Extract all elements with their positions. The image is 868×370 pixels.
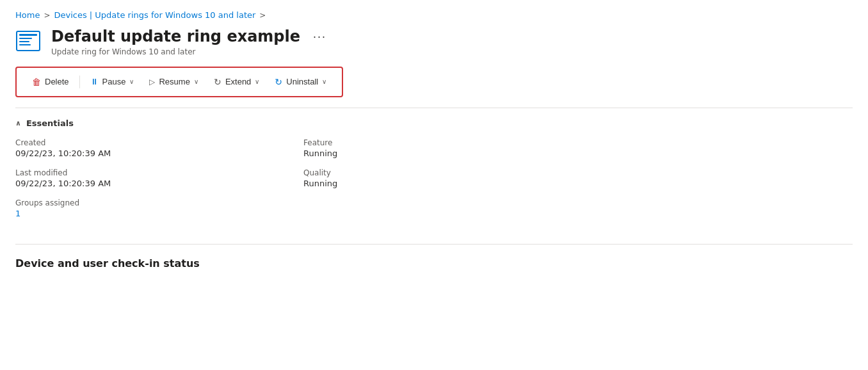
last-modified-value: 09/22/23, 10:20:39 AM [15,179,278,188]
essentials-created: Created 09/22/23, 10:20:39 AM [15,138,303,158]
essentials-title: Essentials [26,118,74,128]
toolbar-divider [15,108,853,108]
essentials-right-col: Feature Running Quality Running [303,138,591,229]
essentials-quality: Quality Running [303,168,591,188]
delete-button[interactable]: 🗑 Delete [24,73,77,91]
pause-chevron-icon: ∨ [129,78,134,85]
delete-label: Delete [45,77,69,86]
breadcrumb-separator-1: > [44,11,50,20]
pause-button[interactable]: ⏸ Pause ∨ [83,73,142,90]
breadcrumb-separator-2: > [259,11,266,20]
extend-chevron-icon: ∨ [255,78,259,85]
breadcrumb-home[interactable]: Home [15,10,40,20]
uninstall-icon: ↺ [275,77,282,87]
essentials-divider [15,244,853,245]
created-label: Created [15,138,278,147]
essentials-grid: Created 09/22/23, 10:20:39 AM Last modif… [15,138,591,229]
essentials-feature: Feature Running [303,138,591,158]
resume-label: Resume [159,77,189,86]
essentials-chevron-icon: ∧ [15,119,21,127]
toolbar: 🗑 Delete ⏸ Pause ∨ ▷ Resume ∨ ↻ Extend ∨… [15,67,343,97]
resume-button[interactable]: ▷ Resume ∨ [141,73,205,90]
page-title: Default update ring example [51,28,300,46]
essentials-left-col: Created 09/22/23, 10:20:39 AM Last modif… [15,138,303,229]
svg-rect-4 [19,44,31,45]
last-modified-label: Last modified [15,168,278,177]
svg-rect-2 [19,38,32,39]
pause-label: Pause [102,77,126,86]
page-header: Default update ring example ··· Update r… [15,28,853,56]
delete-icon: 🗑 [32,77,41,87]
created-value: 09/22/23, 10:20:39 AM [15,149,278,158]
essentials-header: ∧ Essentials [15,118,853,128]
quality-label: Quality [303,168,566,177]
more-options-button[interactable]: ··· [308,28,332,45]
essentials-last-modified: Last modified 09/22/23, 10:20:39 AM [15,168,303,188]
breadcrumb-devices[interactable]: Devices | Update rings for Windows 10 an… [54,10,255,20]
uninstall-label: Uninstall [286,77,318,86]
pause-icon: ⏸ [90,77,99,86]
essentials-section: ∧ Essentials Created 09/22/23, 10:20:39 … [15,118,853,229]
uninstall-chevron-icon: ∨ [322,78,326,85]
page-subtitle: Update ring for Windows 10 and later [51,47,853,56]
resume-icon: ▷ [149,77,155,86]
extend-button[interactable]: ↻ Extend ∨ [206,73,267,91]
groups-assigned-value[interactable]: 1 [15,209,278,218]
feature-label: Feature [303,138,566,147]
svg-rect-1 [19,34,37,36]
page-icon [15,29,41,54]
essentials-groups-assigned: Groups assigned 1 [15,198,303,218]
breadcrumb: Home > Devices | Update rings for Window… [15,10,853,20]
svg-rect-3 [19,41,29,42]
quality-value: Running [303,179,566,188]
title-section: Default update ring example ··· Update r… [51,28,853,56]
feature-value: Running [303,149,566,158]
extend-label: Extend [225,77,251,86]
toolbar-separator-1 [79,76,80,88]
resume-chevron-icon: ∨ [194,78,198,85]
device-check-in-title: Device and user check-in status [15,257,853,269]
title-row: Default update ring example ··· [51,28,853,46]
uninstall-button[interactable]: ↺ Uninstall ∨ [267,73,334,91]
groups-assigned-label: Groups assigned [15,198,278,207]
extend-icon: ↻ [214,77,221,87]
